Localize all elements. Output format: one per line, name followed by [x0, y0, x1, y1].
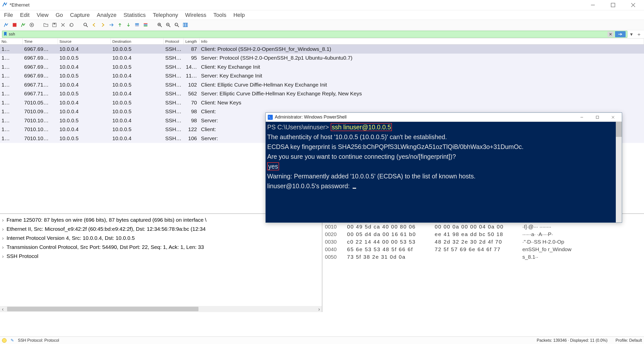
ps-scrollbar[interactable]: [616, 122, 622, 222]
packet-row[interactable]: 1…6967.71…10.0.0.410.0.0.5SSH…102Client:…: [0, 80, 644, 89]
status-bar: ✎ SSH Protocol: Protocol Packets: 139346…: [0, 336, 644, 344]
zoom-in-icon[interactable]: [156, 21, 163, 28]
window-titlebar: *Ethernet: [0, 0, 644, 10]
stop-capture-icon[interactable]: [11, 21, 18, 28]
ps-close-button[interactable]: [605, 113, 621, 122]
ps-minimize-button[interactable]: [574, 113, 590, 122]
window-title: *Ethernet: [10, 2, 29, 8]
svg-rect-13: [135, 23, 139, 24]
column-no[interactable]: No.: [0, 39, 23, 44]
resize-columns-icon[interactable]: [182, 21, 189, 28]
menu-wireless[interactable]: Wireless: [185, 12, 206, 18]
protocol-tree-node[interactable]: Ethernet II, Src: Microsof_e9:42:2f (60:…: [2, 224, 320, 234]
svg-line-12: [86, 26, 88, 27]
ps-yes-highlight: yes: [267, 162, 279, 170]
powershell-titlebar[interactable]: Administrator: Windows PowerShell: [266, 113, 622, 122]
ps-command-highlight: ssh linuser@10.0.0.5: [331, 123, 392, 131]
column-time[interactable]: Time: [23, 39, 58, 44]
packet-row[interactable]: 1…7010.05…10.0.0.410.0.0.5SSH…70Client: …: [0, 98, 644, 107]
status-message: SSH Protocol: Protocol: [18, 338, 59, 343]
hex-line[interactable]: 002000 05 d4 da 00 16 61 b0ee 41 98 ea d…: [325, 231, 641, 238]
restart-capture-icon[interactable]: [20, 21, 27, 28]
auto-scroll-icon[interactable]: [133, 21, 141, 28]
ps-line: Warning: Permanently added '10.0.0.5' (E…: [267, 173, 476, 180]
zoom-reset-icon[interactable]: 1: [173, 21, 180, 28]
window-maximize-button[interactable]: [603, 0, 623, 10]
close-file-icon[interactable]: [59, 21, 66, 28]
main-toolbar: 1: [0, 20, 644, 30]
menu-telephony[interactable]: Telephony: [153, 12, 178, 18]
go-back-icon[interactable]: [91, 21, 98, 28]
filter-add-button[interactable]: ＋: [636, 31, 642, 37]
svg-point-6: [31, 24, 32, 26]
save-file-icon[interactable]: [51, 21, 58, 28]
menu-analyze[interactable]: Analyze: [97, 12, 116, 18]
packet-row[interactable]: 1…6967.69…10.0.0.410.0.0.5SSH…87Client: …: [0, 45, 644, 54]
packet-row[interactable]: 1…6967.71…10.0.0.510.0.0.4SSH…562Server:…: [0, 89, 644, 98]
ps-prompt: PS C:\Users\winuser>: [267, 124, 331, 131]
reload-icon[interactable]: [68, 21, 75, 28]
hex-line[interactable]: 005073 5f 38 2e 31 0d 0as_8.1··: [325, 253, 641, 261]
protocol-tree-node[interactable]: Transmission Control Protocol, Src Port:…: [2, 243, 320, 252]
menu-go[interactable]: Go: [56, 12, 63, 18]
column-protocol[interactable]: Protocol: [164, 39, 184, 44]
ps-line: ECDSA key fingerprint is SHA256:bChPQPfS…: [267, 143, 524, 150]
column-length[interactable]: Length: [184, 39, 199, 44]
ps-line: Are you sure you want to continue connec…: [267, 153, 456, 160]
edit-preferences-icon[interactable]: ✎: [11, 338, 14, 343]
go-first-icon[interactable]: [116, 21, 123, 28]
window-close-button[interactable]: [623, 0, 643, 10]
details-scrollbar[interactable]: ‹›: [0, 306, 322, 312]
svg-rect-18: [144, 26, 148, 26]
column-info[interactable]: Info: [199, 39, 644, 44]
menu-tools[interactable]: Tools: [213, 12, 226, 18]
go-last-icon[interactable]: [125, 21, 132, 28]
powershell-terminal[interactable]: PS C:\Users\winuser> ssh linuser@10.0.0.…: [266, 122, 622, 222]
hex-line[interactable]: 0030c0 22 14 44 00 00 53 5348 2d 32 2e 3…: [325, 238, 641, 246]
bookmark-icon[interactable]: [4, 32, 7, 36]
ps-maximize-button[interactable]: [590, 113, 605, 122]
menu-view[interactable]: View: [37, 12, 48, 18]
colorize-icon[interactable]: [142, 21, 149, 28]
display-filter-field[interactable]: [2, 31, 627, 38]
filter-history-button[interactable]: ▾: [628, 31, 634, 37]
packet-row[interactable]: 1…6967.69…10.0.0.510.0.0.4SSH…11…Server:…: [0, 71, 644, 81]
packet-row[interactable]: 1…6967.69…10.0.0.510.0.0.4SSH…95Server: …: [0, 54, 644, 63]
go-forward-icon[interactable]: [99, 21, 106, 28]
menu-capture[interactable]: Capture: [70, 12, 90, 18]
menu-file[interactable]: File: [4, 12, 13, 18]
column-destination[interactable]: Destination: [111, 39, 164, 44]
hex-line[interactable]: 004065 6e 53 53 48 5f 66 6f72 5f 57 69 6…: [325, 246, 641, 253]
column-source[interactable]: Source: [58, 39, 111, 44]
capture-options-icon[interactable]: [28, 21, 35, 28]
window-minimize-button[interactable]: [583, 0, 603, 10]
packet-details-pane[interactable]: Frame 125070: 87 bytes on wire (696 bits…: [0, 214, 322, 312]
hex-line[interactable]: 001000 49 5d ca 40 00 80 0600 00 0a 00 0…: [325, 223, 641, 231]
go-to-packet-icon[interactable]: [108, 21, 115, 28]
protocol-tree-node[interactable]: SSH Protocol: [2, 252, 320, 261]
find-packet-icon[interactable]: [82, 21, 89, 28]
display-filter-bar: ▾ ＋: [0, 30, 644, 38]
packet-row[interactable]: 1…6967.69…10.0.0.410.0.0.5SSH…14…Client:…: [0, 62, 644, 71]
svg-rect-15: [135, 26, 139, 26]
svg-rect-16: [144, 23, 148, 24]
clear-filter-button[interactable]: [607, 31, 614, 37]
ps-line: The authenticity of host '10.0.0.5 (10.0…: [267, 133, 447, 140]
zoom-out-icon[interactable]: [165, 21, 172, 28]
svg-point-11: [84, 23, 87, 26]
powershell-icon: [268, 115, 273, 120]
packet-bytes-pane[interactable]: 000012 34 56 78 9a bc 60 45bd e9 42 2f 0…: [322, 214, 644, 312]
menu-edit[interactable]: Edit: [20, 12, 29, 18]
protocol-tree-node[interactable]: Internet Protocol Version 4, Src: 10.0.0…: [2, 234, 320, 243]
start-capture-icon[interactable]: [3, 21, 10, 28]
expert-info-icon[interactable]: [2, 338, 7, 343]
menu-help[interactable]: Help: [233, 12, 245, 18]
svg-rect-31: [187, 23, 188, 27]
status-profile[interactable]: Profile: Default: [616, 338, 642, 343]
apply-filter-button[interactable]: [615, 31, 626, 37]
open-file-icon[interactable]: [42, 21, 49, 28]
svg-rect-4: [13, 23, 17, 27]
packet-list-header[interactable]: No. Time Source Destination Protocol Len…: [0, 39, 644, 45]
display-filter-input[interactable]: [9, 32, 606, 36]
menu-statistics[interactable]: Statistics: [124, 12, 146, 18]
